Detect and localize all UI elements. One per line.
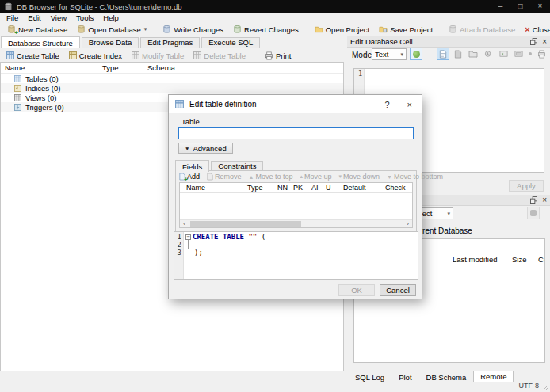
close-panel-icon[interactable]: ×	[542, 196, 547, 204]
export-to-file-icon[interactable]	[482, 48, 495, 60]
import-from-file-icon[interactable]	[467, 48, 479, 60]
column-header-commit[interactable]: Commit	[538, 255, 545, 264]
set-null-icon[interactable]	[527, 48, 533, 60]
add-field-button[interactable]: + Add	[179, 173, 200, 181]
write-changes-button[interactable]: Write Changes	[158, 24, 228, 35]
chevron-down-icon: ▾	[442, 211, 450, 217]
column-header-u[interactable]: U	[326, 184, 331, 192]
column-header-default[interactable]: Default	[343, 184, 366, 192]
tab-fields[interactable]: Fields	[175, 160, 209, 172]
apply-button: Apply	[509, 180, 544, 192]
close-panel-icon[interactable]: ×	[542, 38, 547, 46]
dialog-title-bar: Edit table definition ? ×	[169, 95, 422, 113]
column-header-check[interactable]: Check	[385, 184, 406, 192]
mode-select[interactable]: Text ▾	[372, 48, 407, 60]
auto-switch-mode-button[interactable]	[410, 48, 422, 60]
column-header-size[interactable]: Size	[512, 255, 526, 264]
dialog-help-icon[interactable]: ?	[384, 100, 389, 109]
write-changes-icon	[162, 25, 171, 34]
column-header-name[interactable]: Name	[5, 63, 25, 72]
main-toolbar: + New Database Open Database ▾ Write Cha…	[0, 23, 550, 36]
main-tab-bar: Database Structure Browse Data Edit Prag…	[0, 36, 346, 48]
scroll-left-icon[interactable]: ‹	[180, 220, 189, 227]
text-mode-icon[interactable]	[437, 48, 449, 60]
identity-settings-button[interactable]	[527, 207, 540, 219]
open-database-dropdown-icon[interactable]: ▾	[144, 26, 147, 32]
encoding-indicator[interactable]: UTF-8	[519, 382, 540, 390]
menu-view[interactable]: View	[46, 13, 71, 22]
tab-remote[interactable]: Remote	[473, 371, 514, 382]
scroll-right-icon[interactable]: ›	[403, 220, 412, 227]
print-cell-icon[interactable]	[535, 48, 548, 60]
create-table-button[interactable]: Create Table	[2, 51, 64, 61]
close-icon[interactable]: ×	[530, 0, 550, 13]
column-header-pk[interactable]: PK	[293, 184, 303, 192]
sql-preview-gutter: 1 2 3	[174, 232, 184, 279]
horizontal-scrollbar[interactable]: ‹ ›	[180, 219, 412, 227]
tab-plot[interactable]: Plot	[391, 371, 418, 383]
column-header-last-modified[interactable]: Last modified	[453, 255, 498, 264]
advanced-toggle-button[interactable]: ▼ Advanced	[178, 143, 233, 154]
menu-help[interactable]: Help	[98, 13, 124, 22]
save-icon[interactable]	[512, 48, 525, 60]
sql-preview-code: −CREATE TABLE "" ( );	[184, 232, 265, 279]
open-project-button[interactable]: Open Project	[310, 25, 374, 35]
scrollbar-thumb[interactable]	[190, 221, 301, 227]
float-panel-icon[interactable]	[530, 38, 537, 45]
dialog-close-icon[interactable]: ×	[407, 100, 412, 109]
tab-sql-log[interactable]: SQL Log	[348, 371, 391, 383]
close-database-icon: ×	[525, 25, 529, 33]
modify-table-button: Modify Table	[127, 51, 189, 61]
new-database-button[interactable]: + New Database	[2, 24, 72, 35]
cancel-button[interactable]: Cancel	[380, 284, 416, 296]
tree-item-indices[interactable]: Indices (0)	[1, 83, 343, 93]
save-project-button[interactable]: Save Project	[374, 25, 437, 35]
status-bar: UTF-8	[0, 384, 550, 392]
views-icon	[14, 94, 21, 101]
print-button[interactable]: Print	[260, 51, 296, 61]
move-to-bottom-icon: ▼	[387, 174, 392, 180]
menu-bar: File Edit View Tools Help	[0, 13, 550, 23]
table-name-input[interactable]	[178, 127, 414, 139]
resize-grip-icon[interactable]	[542, 384, 549, 391]
revert-changes-button[interactable]: Revert Changes	[228, 24, 304, 35]
move-up-icon: ▴	[300, 173, 304, 180]
column-header-name[interactable]: Name	[186, 184, 205, 192]
create-index-button[interactable]: Create Index	[64, 51, 127, 61]
float-panel-icon[interactable]	[530, 196, 537, 204]
tab-edit-pragmas[interactable]: Edit Pragmas	[140, 37, 200, 48]
remove-field-button: Remove	[207, 173, 242, 181]
tab-browse-data[interactable]: Browse Data	[82, 37, 139, 48]
move-to-top-icon: ▲	[249, 174, 254, 180]
fold-marker-icon[interactable]: −	[185, 234, 191, 240]
tab-db-schema[interactable]: DB Schema	[419, 371, 474, 383]
cell-editor-toolbar	[437, 48, 548, 60]
open-database-button[interactable]: Open Database ▾	[72, 24, 151, 35]
column-header-ai[interactable]: AI	[311, 184, 319, 192]
modify-table-icon	[132, 51, 139, 59]
column-header-type[interactable]: Type	[102, 63, 119, 72]
column-header-schema[interactable]: Schema	[147, 63, 175, 72]
menu-tools[interactable]: Tools	[71, 13, 98, 22]
tree-item-tables[interactable]: Tables (0)	[1, 74, 343, 83]
close-database-button[interactable]: × Close Database	[520, 25, 550, 35]
open-project-icon	[315, 25, 323, 33]
identity-settings-icon	[530, 210, 537, 216]
add-field-icon: +	[179, 173, 185, 181]
binary-mode-icon[interactable]	[452, 48, 464, 60]
attach-database-button: Attach Database	[444, 24, 520, 35]
menu-edit[interactable]: Edit	[23, 13, 45, 22]
print-icon	[265, 51, 273, 60]
edit-cell-panel-header: Edit Database Cell ×	[347, 36, 550, 48]
open-in-external-app-icon[interactable]	[497, 48, 510, 60]
move-down-button: ▾ Move down	[339, 173, 380, 181]
menu-file[interactable]: File	[2, 13, 23, 22]
minimize-icon[interactable]: –	[491, 0, 510, 13]
tab-database-structure[interactable]: Database Structure	[1, 36, 80, 48]
sql-keyword: CREATE TABLE	[193, 233, 244, 241]
tab-execute-sql[interactable]: Execute SQL	[201, 37, 260, 48]
column-header-nn[interactable]: NN	[277, 184, 288, 192]
maximize-icon[interactable]: □	[510, 0, 530, 13]
column-header-type[interactable]: Type	[247, 184, 263, 192]
dialog-tab-bar: Fields Constraints	[175, 159, 417, 171]
